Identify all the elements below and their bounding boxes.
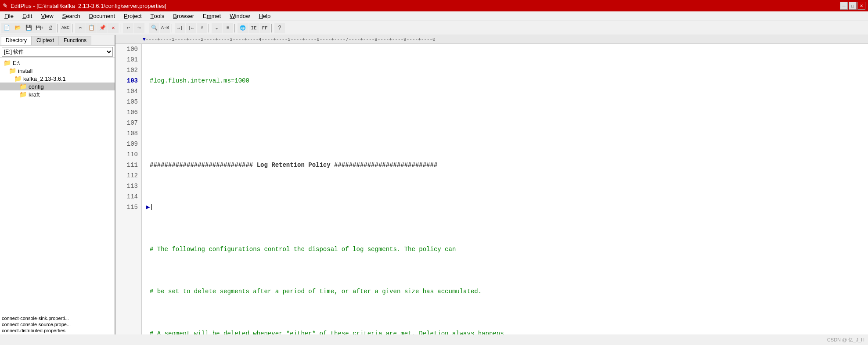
tree-item-install[interactable]: 📁 install — [0, 67, 115, 75]
code-line-106: # A segment will be deleted whenever *ei… — [146, 328, 868, 334]
file-item-3[interactable]: connect-distributed.properties — [2, 327, 113, 334]
file-item-2[interactable]: connect-console-source.prope... — [2, 321, 113, 327]
app-icon: ✎ — [3, 2, 8, 9]
replace-button[interactable]: A→B — [160, 23, 170, 33]
ln-109: 109 — [115, 139, 138, 149]
menu-document[interactable]: Document — [85, 11, 119, 21]
tree-label-e: E:\ — [13, 60, 20, 66]
line-indicator-105 — [146, 286, 150, 297]
code-content[interactable]: #log.flush.interval.ms=1000 ############… — [142, 44, 868, 334]
format-button[interactable]: ≡ — [223, 23, 233, 33]
open-button[interactable]: 📂 — [12, 23, 23, 33]
tree-label-kraft: kraft — [29, 91, 40, 98]
toolbar-sep-1 — [57, 24, 59, 32]
drive-dropdown[interactable]: [E:] 软件 — [2, 47, 113, 57]
ln-111: 111 — [115, 160, 138, 170]
paste-button[interactable]: 📌 — [97, 23, 108, 33]
ruler: ▼----+----1----+----2----+----3----+----… — [115, 35, 868, 44]
menu-browser[interactable]: Browser — [169, 11, 198, 21]
left-panel: Directory Cliptext Functions [E:] 软件 📁 E… — [0, 35, 115, 334]
menu-file[interactable]: File — [0, 11, 18, 21]
tree-item-config[interactable]: 📁 config — [0, 83, 115, 90]
spell-check-button[interactable]: ABC — [60, 23, 71, 33]
new-file-button[interactable]: 📄 — [1, 23, 12, 33]
menu-search[interactable]: Search — [58, 11, 85, 21]
code-container[interactable]: 100 101 102 103 104 105 106 107 108 109 … — [115, 44, 868, 334]
browser2-button[interactable]: IE — [249, 23, 259, 33]
maximize-button[interactable]: □ — [849, 2, 857, 10]
toolbar-sep-6 — [209, 24, 210, 32]
tab-cliptext[interactable]: Cliptext — [32, 36, 59, 45]
redo-button[interactable]: ↪ — [134, 23, 144, 33]
code-line-105: # be set to delete segments after a peri… — [146, 286, 868, 297]
comment-button[interactable]: # — [197, 23, 207, 33]
ln-110: 110 — [115, 149, 138, 160]
ln-107: 107 — [115, 118, 138, 128]
menu-view[interactable]: View — [36, 11, 58, 21]
indent-button[interactable]: →| — [175, 23, 185, 33]
delete-button[interactable]: ✕ — [108, 23, 119, 33]
menu-tools[interactable]: Tools — [146, 11, 169, 21]
code-text-104: # The following configurations control t… — [150, 244, 868, 255]
menu-window[interactable]: Window — [225, 11, 254, 21]
ln-115: 115 — [115, 202, 138, 212]
toolbar-sep-7 — [234, 24, 236, 32]
toolbar-sep-2 — [72, 24, 74, 32]
code-text-106: # A segment will be deleted whenever *ei… — [150, 328, 868, 334]
folder-icon-kraft: 📁 — [19, 91, 27, 98]
copy-button[interactable]: 📋 — [86, 23, 97, 33]
panel-tabs: Directory Cliptext Functions — [0, 35, 115, 46]
tab-functions[interactable]: Functions — [59, 36, 91, 45]
file-tree: 📁 E:\ 📁 install 📁 kafka_2.13-3.6.1 📁 con… — [0, 58, 115, 314]
code-line-100: #log.flush.interval.ms=1000 — [146, 75, 868, 86]
folder-icon-kafka: 📁 — [14, 75, 22, 82]
help-button[interactable]: ? — [274, 23, 285, 33]
folder-icon-install: 📁 — [9, 67, 16, 74]
line-indicator-101 — [146, 118, 150, 128]
code-text-105: # be set to delete segments after a peri… — [150, 286, 868, 297]
toolbar-sep-8 — [271, 24, 273, 32]
cut-button[interactable]: ✂ — [75, 23, 86, 33]
save-all-button[interactable]: 💾+ — [34, 23, 45, 33]
menu-edit[interactable]: Edit — [18, 11, 36, 21]
find-button[interactable]: 🔍 — [149, 23, 159, 33]
browser-preview-button[interactable]: 🌐 — [238, 23, 248, 33]
line-indicator-104 — [146, 244, 150, 255]
code-line-101 — [146, 118, 868, 128]
tab-directory[interactable]: Directory — [1, 36, 32, 45]
print-button[interactable]: 🖨 — [45, 23, 56, 33]
outdent-button[interactable]: |← — [186, 23, 196, 33]
ln-112: 112 — [115, 170, 138, 181]
tree-label-config: config — [29, 83, 44, 90]
line-indicator-106 — [146, 328, 150, 334]
code-text-103: | — [150, 202, 868, 212]
drive-selector[interactable]: [E:] 软件 — [0, 46, 115, 58]
tree-item-kafka[interactable]: 📁 kafka_2.13-3.6.1 — [0, 75, 115, 83]
file-item-1[interactable]: connect-console-sink.properti... — [2, 315, 113, 321]
menu-emmet[interactable]: Emmet — [198, 11, 225, 21]
tree-item-kraft[interactable]: 📁 kraft — [0, 90, 115, 98]
editor-area: ▼----+----1----+----2----+----3----+----… — [115, 35, 868, 334]
ln-100: 100 — [115, 44, 138, 54]
word-wrap-button[interactable]: ↵ — [212, 23, 222, 33]
line-numbers: 100 101 102 103 104 105 106 107 108 109 … — [115, 44, 142, 334]
save-button[interactable]: 💾 — [23, 23, 34, 33]
folder-icon-e: 📁 — [4, 59, 11, 66]
menu-help[interactable]: Help — [254, 11, 275, 21]
ln-103: 103 — [115, 75, 138, 86]
ln-113: 113 — [115, 181, 138, 191]
code-line-104: # The following configurations control t… — [146, 244, 868, 255]
ln-105: 105 — [115, 97, 138, 107]
toolbar-sep-5 — [172, 24, 173, 32]
toolbar-sep-3 — [120, 24, 122, 32]
browser3-button[interactable]: FF — [259, 23, 270, 33]
code-text-101 — [150, 118, 868, 128]
menu-project[interactable]: Project — [119, 11, 146, 21]
code-line-103: ▶ | — [146, 202, 868, 212]
tree-item-e-drive[interactable]: 📁 E:\ — [0, 59, 115, 67]
watermark: CSDN @ 亿_J_H — [827, 337, 864, 343]
minimize-button[interactable]: ─ — [840, 2, 848, 10]
close-button[interactable]: ✕ — [857, 2, 865, 10]
ln-108: 108 — [115, 128, 138, 139]
undo-button[interactable]: ↩ — [123, 23, 133, 33]
